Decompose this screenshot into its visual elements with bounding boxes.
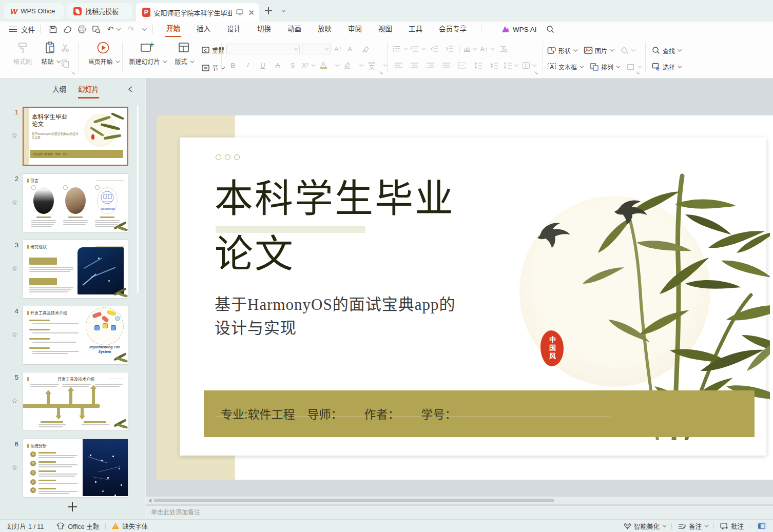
hamburger-menu-icon[interactable] — [9, 27, 17, 32]
animation-star-icon[interactable]: ☆ — [11, 264, 18, 272]
select-button[interactable]: 选择 — [652, 60, 681, 73]
scroll-left-arrow-icon[interactable] — [149, 499, 151, 503]
font-expander-icon[interactable]: ↘ — [379, 70, 383, 75]
save-icon[interactable] — [47, 24, 59, 35]
animation-star-icon[interactable]: ☆ — [11, 330, 18, 339]
distribute-text-icon[interactable]: <> — [456, 60, 468, 71]
slide-title-line2[interactable]: 论文 — [215, 235, 295, 273]
highlight-color-icon[interactable] — [342, 60, 353, 71]
new-slide-button[interactable]: 新建幻灯片 — [126, 41, 168, 66]
paragraph-expander-icon[interactable]: ↘ — [534, 70, 538, 75]
notes-area[interactable]: 单击此处添加备注 — [146, 505, 773, 519]
slide-layout-button[interactable]: 版式 — [169, 41, 198, 66]
panel-layout-toggle[interactable] — [757, 522, 767, 530]
animation-star-icon[interactable]: ☆ — [11, 463, 18, 471]
arrange-button[interactable]: 排列 — [590, 60, 619, 73]
tab-slides[interactable]: 幻灯片 — [78, 84, 99, 98]
line-spacing-decrease-icon[interactable] — [488, 60, 499, 71]
justify-icon[interactable] — [440, 60, 452, 71]
tab-docer-templates[interactable]: 找稻壳模板 — [67, 3, 132, 19]
slide-thumbnail-5[interactable]: 开发工具及技术介绍 — [23, 372, 128, 431]
cut-icon[interactable] — [60, 42, 71, 53]
convert-smartart-icon[interactable] — [497, 43, 509, 54]
beautify-button[interactable]: 智能美化 — [634, 521, 660, 531]
wps-ai-button[interactable]: WPS AI — [501, 26, 537, 33]
sidebar-scrollbar[interactable] — [136, 104, 140, 294]
menu-tab-animation[interactable]: 动画 — [286, 22, 302, 36]
align-left-icon[interactable] — [393, 60, 404, 71]
shapes-button[interactable]: 形状 — [547, 44, 576, 57]
text-box-button[interactable]: A 文本框 — [547, 60, 583, 73]
font-size-select[interactable] — [302, 44, 331, 54]
menu-tab-review[interactable]: 审阅 — [347, 22, 363, 36]
notes-toggle-button[interactable]: 备注 — [689, 521, 702, 531]
undo-chevron-icon[interactable] — [117, 26, 121, 30]
slide-thumbnail-4[interactable]: 开发工具及技术介绍 Implementing The System — [23, 306, 128, 365]
animation-star-icon[interactable]: ☆ — [11, 397, 18, 405]
align-right-icon[interactable] — [424, 60, 436, 71]
character-spacing-icon[interactable]: A↕ — [480, 43, 493, 54]
superscript-icon[interactable]: X² — [302, 60, 314, 71]
increase-font-icon[interactable]: A⁺ — [333, 43, 344, 54]
decrease-indent-icon[interactable] — [429, 43, 440, 54]
menu-tab-insert[interactable]: 插入 — [196, 22, 211, 36]
bullet-list-icon[interactable] — [393, 43, 407, 54]
slide-info-bar[interactable]: 专业:软件工程 导师： 作者： 学号： — [204, 390, 755, 437]
comments-button[interactable]: 批注 — [731, 521, 744, 531]
theme-name[interactable]: Office 主题 — [68, 521, 99, 531]
italic-icon[interactable]: I — [242, 60, 254, 71]
menu-tab-view[interactable]: 视图 — [377, 22, 393, 36]
phonetic-guide-icon[interactable]: wén文 — [366, 60, 377, 71]
tab-document[interactable]: P 安阳师范学院本科学生毕业论文 — [136, 3, 259, 22]
collapse-panel-icon[interactable] — [128, 86, 133, 93]
find-button[interactable]: 查找 — [652, 44, 681, 57]
increase-indent-icon[interactable] — [444, 43, 455, 54]
horizontal-scrollbar[interactable] — [146, 497, 773, 504]
tab-outline[interactable]: 大纲 — [52, 84, 66, 97]
add-slide-button[interactable] — [67, 501, 78, 515]
horizontal-scroll-thumb[interactable] — [154, 499, 554, 502]
text-direction-icon[interactable]: ab — [464, 43, 476, 54]
align-center-icon[interactable] — [409, 60, 420, 71]
menu-tab-transition[interactable]: 切换 — [256, 22, 272, 36]
slide-thumbnail-6[interactable]: 系统分析 01 02 03 04 05 — [23, 439, 128, 498]
menu-file[interactable]: 文件 — [21, 24, 35, 34]
clipboard-expander-icon[interactable]: ↘ — [71, 70, 75, 75]
slide-thumbnail-1[interactable]: 本科学生毕业论文 基于HarmonyOS的面试宝典app的设计与实现 专业:软件… — [23, 107, 128, 166]
numbered-list-icon[interactable]: 12 — [411, 43, 424, 54]
picture-button[interactable]: 图片 — [584, 44, 613, 57]
close-tab-icon[interactable] — [248, 10, 253, 15]
menu-tab-design[interactable]: 设计 — [226, 22, 242, 36]
shape-fill-icon[interactable] — [620, 45, 634, 56]
undo-icon[interactable]: ↶ — [104, 24, 117, 35]
present-mode-icon[interactable] — [236, 9, 243, 15]
print-icon[interactable] — [75, 24, 88, 35]
clear-format-icon[interactable] — [359, 43, 371, 54]
print-preview-icon[interactable] — [90, 24, 102, 35]
quickbar-chevron-icon[interactable] — [142, 26, 146, 30]
play-from-current-button[interactable]: 当页开始 — [84, 41, 123, 66]
slide-thumbnail-2[interactable]: 引言 JOB INTERVIEW — [23, 173, 128, 232]
missing-fonts-label[interactable]: 缺失字体 — [122, 521, 148, 531]
animation-star-icon[interactable]: ☆ — [11, 198, 18, 206]
search-icon[interactable] — [544, 24, 556, 35]
menu-tab-tools[interactable]: 工具 — [408, 22, 423, 36]
font-family-select[interactable] — [226, 44, 300, 54]
line-spacing-options-icon[interactable] — [504, 60, 517, 71]
underline-icon[interactable]: U — [257, 60, 268, 71]
slide-subtitle-line1[interactable]: 基于HarmonyOS的面试宝典app的 — [215, 293, 455, 317]
animation-star-icon[interactable]: ☆ — [11, 131, 18, 140]
redo-icon[interactable]: ↷ — [125, 24, 137, 35]
tab-wps-office[interactable]: W WPS Office — [4, 3, 64, 19]
font-color-icon[interactable]: A — [318, 60, 329, 71]
menu-tab-slideshow[interactable]: 放映 — [317, 22, 333, 36]
line-spacing-increase-icon[interactable] — [472, 60, 484, 71]
slide-subtitle-line2[interactable]: 设计与实现 — [215, 317, 297, 340]
drawing-expander-icon[interactable]: ↘ — [635, 70, 640, 75]
slide-thumbnail-3[interactable]: 研究现状 — [23, 240, 128, 299]
bold-icon[interactable]: B — [227, 60, 239, 71]
slide-1-editor[interactable]: 本科学生毕业 论文 基于HarmonyOS的面试宝典app的 设计与实现 中国风… — [157, 115, 773, 480]
menu-tab-home[interactable]: 开始 — [165, 22, 181, 37]
decrease-font-icon[interactable]: A⁻ — [346, 43, 357, 54]
vertical-align-icon[interactable] — [522, 60, 535, 71]
